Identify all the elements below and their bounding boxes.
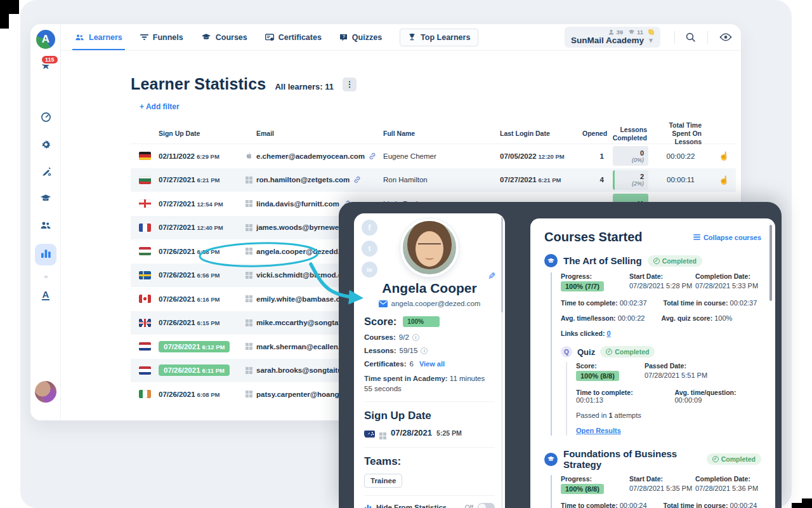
header-opened[interactable]: Opened — [582, 130, 610, 138]
opened-cell: 4 — [582, 176, 610, 184]
header-fullname[interactable]: Full Name — [383, 130, 500, 138]
os-icon-cell — [241, 224, 256, 231]
search-button[interactable] — [685, 32, 696, 43]
sidebar-item-dashboard[interactable] — [30, 112, 61, 123]
sidebar-item-statistics[interactable] — [30, 249, 61, 258]
ttc-label: Time to complete: — [561, 299, 618, 307]
collapse-courses-label: Collapse courses — [704, 234, 761, 241]
preview-button[interactable] — [719, 32, 732, 42]
score-label: Score: — [364, 316, 396, 328]
start-date-label: Start Date: — [629, 272, 695, 280]
view-all-link[interactable]: View all — [419, 360, 445, 368]
links-clicked-link[interactable]: 0 — [607, 330, 611, 337]
divider — [674, 31, 675, 44]
sidebar-item-learners[interactable] — [30, 221, 61, 230]
tab-top-learners[interactable]: Top Learners — [400, 29, 478, 46]
info-icon[interactable]: i — [412, 334, 419, 341]
quiz-ttc-value: 00:01:13 — [576, 396, 603, 404]
nav-tabs: Learners Funnels Courses Certificates ? … — [75, 24, 478, 50]
info-icon[interactable]: i — [421, 347, 428, 354]
tab-quizzes[interactable]: ? Quizzes — [339, 24, 382, 50]
lessons-cell: 0(0%) — [610, 146, 650, 166]
windows-icon — [246, 177, 252, 184]
click-activity-icon[interactable]: ☝ — [712, 151, 736, 161]
collapse-courses-button[interactable]: Collapse courses — [693, 234, 761, 241]
tab-funnels[interactable]: Funnels — [140, 24, 183, 50]
course-header[interactable]: The Art of Selling ✓Completed — [544, 254, 761, 267]
table-header-row: Sign Up Date Email Full Name Last Login … — [131, 121, 736, 144]
country-flag — [131, 390, 159, 398]
table-row[interactable]: 02/11/20226:29 PMe.chemer@academyocean.c… — [131, 144, 736, 168]
signup-date-cell: 07/26/20216:15 PM — [159, 319, 241, 326]
avg-quiz-label: Avg. quiz score: — [661, 314, 712, 322]
facebook-icon[interactable]: f — [362, 220, 377, 236]
user-avatar[interactable] — [35, 381, 56, 403]
avg-question-value: 00:00:09 — [674, 396, 702, 404]
links-clicked-label: Links clicked: — [561, 330, 605, 337]
divider — [364, 495, 495, 496]
trophy-icon — [408, 33, 416, 41]
team-chip[interactable]: Trainee — [364, 474, 402, 488]
click-activity-icon[interactable]: ☝ — [712, 175, 736, 185]
graduation-cap-icon — [628, 29, 635, 35]
os-icon-cell — [241, 177, 256, 184]
link-icon[interactable] — [369, 152, 376, 160]
link-icon[interactable] — [353, 176, 361, 184]
signup-date-cell: 07/26/20216:16 PM — [159, 295, 241, 303]
total-time-value: 00:00:24 — [730, 502, 757, 508]
progress-badge: 100% (7/7) — [561, 281, 604, 291]
country-flag — [131, 247, 159, 255]
windows-icon — [246, 319, 252, 326]
courses-count: 11 — [637, 29, 643, 36]
email-cell[interactable]: e.chemer@academyocean.com — [256, 152, 383, 160]
avg-quiz-value: 100% — [714, 314, 732, 322]
open-results-link[interactable]: Open Results — [576, 427, 621, 434]
sidebar-item-typography[interactable]: A — [30, 290, 61, 300]
notifications-badge: 115 — [41, 55, 59, 65]
add-filter-button[interactable]: + Add filter — [140, 102, 741, 111]
country-flag — [131, 319, 159, 327]
australia-flag — [364, 431, 375, 438]
certificates-value: 6 — [409, 360, 413, 368]
edit-pencil-icon[interactable]: ✎ — [488, 271, 496, 282]
sidebar: A 115 ★ A — [30, 24, 61, 420]
windows-icon — [246, 200, 252, 207]
kebab-menu-icon: ⋮ — [345, 79, 353, 89]
email-cell[interactable]: ron.hamilton@zetgets.com — [256, 176, 383, 184]
tab-learners[interactable]: Learners — [75, 24, 122, 50]
sidebar-item-courses[interactable] — [30, 194, 61, 203]
header-lastlogin[interactable]: Last Login Date — [500, 130, 582, 138]
header-email[interactable]: Email — [256, 130, 383, 138]
linkedin-icon[interactable]: in — [362, 262, 377, 277]
sidebar-item-branding[interactable] — [30, 166, 61, 177]
academy-switcher[interactable]: 39 11 SunMail Academy ▼ — [565, 27, 660, 48]
divider — [364, 447, 495, 448]
tab-certificates[interactable]: Certificates — [265, 24, 322, 50]
quiz-header[interactable]: Q Quiz ✓Completed — [561, 346, 761, 358]
quiz-name: Quiz — [577, 347, 595, 357]
scrollbar-thumb[interactable] — [769, 225, 772, 301]
opened-cell: 1 — [582, 152, 610, 160]
users-icon — [75, 34, 84, 41]
twitter-icon[interactable]: t — [362, 241, 377, 257]
fullname-cell: Eugene Chemer — [383, 152, 500, 160]
header-time[interactable]: Total Time Spent On Lessons — [650, 121, 712, 146]
profile-email-row[interactable]: angela.cooper@dezed.com — [364, 300, 495, 307]
tab-label: Top Learners — [421, 33, 470, 42]
tab-courses[interactable]: Courses — [201, 24, 247, 50]
academyocean-logo[interactable]: A — [36, 30, 55, 49]
header-lessons[interactable]: Lessons Completed — [610, 126, 650, 142]
hide-stats-toggle[interactable] — [478, 503, 495, 508]
quiz-icon: Q — [561, 346, 572, 358]
scrollbar-thumb[interactable] — [501, 217, 503, 312]
sidebar-item-settings[interactable] — [30, 139, 61, 150]
completed-badge: ✓Completed — [707, 453, 761, 465]
header-signup[interactable]: Sign Up Date — [159, 130, 241, 138]
course-header[interactable]: Foundations of Business Strategy ✓Comple… — [544, 448, 761, 470]
learner-profile-card: f t in ✎ Angela Cooper angela.cooper@dez… — [354, 213, 505, 508]
signup-heading: Sign Up Date — [364, 410, 495, 422]
passed-date-label: Passed Date: — [645, 362, 761, 370]
more-options-button[interactable]: ⋮ — [343, 77, 357, 91]
svg-text:?: ? — [343, 34, 345, 39]
table-row[interactable]: 07/27/20216:21 PMron.hamilton@zetgets.co… — [131, 168, 736, 192]
